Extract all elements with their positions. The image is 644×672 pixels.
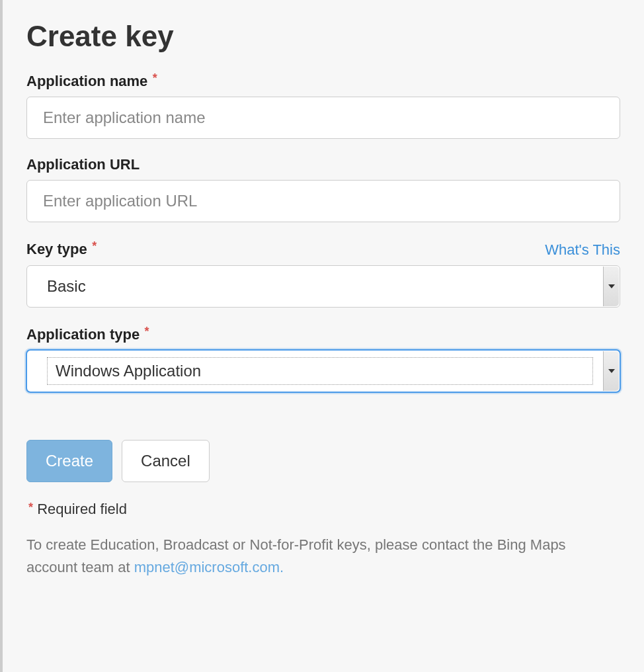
key-type-value: Basic	[47, 277, 601, 296]
key-type-select[interactable]: Basic	[26, 265, 620, 308]
required-marker: *	[92, 239, 97, 253]
field-application-name: Application name *	[26, 71, 620, 139]
key-type-label: Key type	[26, 241, 87, 258]
required-field-note: * Required field	[26, 501, 620, 518]
field-application-url: Application URL	[26, 156, 620, 222]
create-button[interactable]: Create	[26, 440, 112, 482]
info-text: To create Education, Broadcast or Not-fo…	[26, 534, 608, 579]
field-key-type: Key type * What's This Basic	[26, 239, 620, 307]
app-type-select[interactable]: Windows Application	[26, 350, 620, 392]
app-name-label: Application name	[26, 73, 147, 89]
page-title: Create key	[26, 20, 620, 53]
field-application-type: Application type * Windows Application	[26, 325, 620, 392]
cancel-button[interactable]: Cancel	[122, 440, 210, 482]
app-type-label: Application type	[26, 326, 140, 343]
chevron-down-icon	[603, 351, 619, 391]
button-row: Create Cancel	[26, 440, 620, 482]
required-marker: *	[145, 325, 149, 338]
app-type-value: Windows Application	[47, 357, 593, 385]
whats-this-link[interactable]: What's This	[545, 241, 620, 259]
required-marker: *	[153, 71, 157, 85]
app-url-input[interactable]	[26, 180, 620, 222]
chevron-down-icon	[603, 267, 619, 306]
app-name-input[interactable]	[26, 97, 620, 139]
create-key-form: Create key Application name * Applicatio…	[3, 0, 644, 592]
contact-email-link[interactable]: mpnet@microsoft.com.	[134, 559, 284, 575]
app-url-label: Application URL	[26, 156, 140, 173]
